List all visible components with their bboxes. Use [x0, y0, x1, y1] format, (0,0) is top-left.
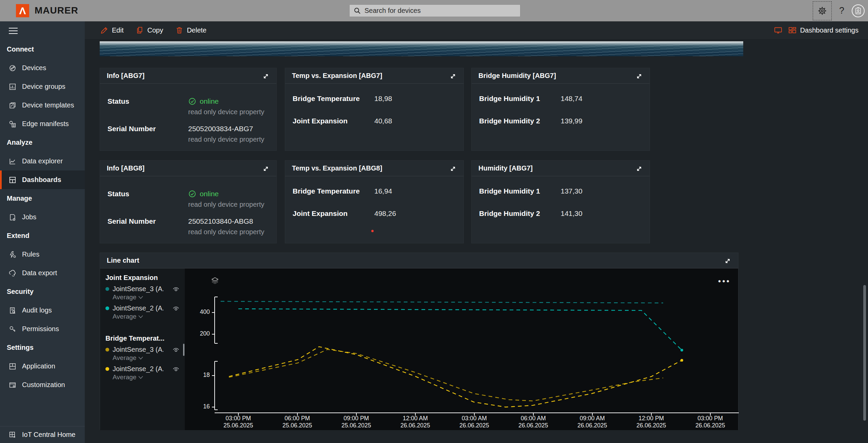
legend-scrollbar-thumb[interactable]	[183, 344, 184, 356]
property-note: read only device property	[188, 108, 269, 116]
aggregation-dropdown[interactable]: Average	[113, 294, 185, 301]
property-row: Status online	[107, 97, 269, 105]
sidebar-item-dashboards[interactable]: Dashboards	[0, 170, 85, 189]
expand-icon	[449, 73, 457, 80]
delete-button[interactable]: Delete	[175, 26, 206, 34]
copy-button[interactable]: Copy	[136, 26, 163, 34]
sidebar-item-data-explorer[interactable]: Data explorer	[0, 152, 85, 170]
sidebar-item-iot-central-home[interactable]: IoT Central Home	[0, 426, 85, 443]
x-axis-tick-label: 03:00 PM25.06.2025	[209, 415, 268, 429]
expand-tile-button[interactable]	[724, 256, 733, 266]
sidebar-item-label: Application	[22, 362, 55, 370]
telemetry-row: Joint Expansion 40,68	[293, 117, 456, 125]
tile-info-abg8: Info [ABG8] Status online read only devi…	[100, 160, 277, 243]
sidebar-item-device-groups[interactable]: Device groups	[0, 77, 85, 96]
tile-header: Humidity [ABG7]	[472, 161, 650, 176]
sidebar-item-rules[interactable]: Rules	[0, 245, 85, 264]
sidebar-item-data-export[interactable]: Data export	[0, 264, 85, 282]
sidebar-item-label: Audit logs	[22, 306, 52, 314]
sidebar-item-devices[interactable]: Devices	[0, 59, 85, 77]
tile-bridge-humidity-abg7: Bridge Humidity [ABG7] Bridge Humidity 1…	[471, 68, 650, 151]
series-color-dot	[105, 348, 109, 351]
sidebar-nav: Connect Devices Device groups Device tem…	[0, 21, 85, 443]
tile-line-chart: Line chart Joint Expansion JointSense_3 …	[100, 253, 738, 430]
tile-header: Temp vs. Expansion [ABG8]	[285, 161, 463, 176]
x-axis-tick-label: 06:00 PM25.06.2025	[268, 415, 327, 429]
expand-tile-button[interactable]	[262, 72, 272, 81]
series-color-dot	[105, 306, 109, 310]
sidebar-item-audit-logs[interactable]: Audit logs	[0, 301, 85, 320]
tile-temp-expansion-abg8: Temp vs. Expansion [ABG8] Bridge Tempera…	[285, 160, 464, 243]
hamburger-menu-button[interactable]	[0, 21, 85, 40]
edit-button[interactable]: Edit	[100, 26, 123, 34]
device-search-box[interactable]	[349, 4, 520, 17]
expand-tile-button[interactable]	[635, 72, 645, 81]
legend-entry: JointSense_3 (A... Average	[105, 285, 185, 301]
toggle-visibility-eye-icon[interactable]	[172, 366, 180, 372]
top-app-bar: Λ MAURER ?	[0, 0, 868, 21]
data-export-icon	[9, 269, 16, 277]
series-name: JointSense_3 (A...	[113, 285, 163, 293]
brand-title: MAURER	[35, 5, 78, 16]
toggle-visibility-eye-icon[interactable]	[172, 305, 180, 311]
x-axis-tick-label: 06:00 AM26.06.2025	[504, 415, 563, 429]
legend-group-title: Bridge Temperat...	[105, 335, 185, 342]
sidebar-item-label: Dashboards	[22, 176, 61, 184]
property-row: Serial Number 25052003834-ABG7	[107, 125, 269, 133]
tile-title: Bridge Humidity [ABG7]	[478, 72, 556, 80]
expand-icon	[724, 257, 731, 265]
series-name: JointSense_2 (A...	[113, 304, 163, 312]
x-axis-tick-label: 12:00 AM26.06.2025	[386, 415, 445, 429]
status-text: online	[200, 190, 219, 198]
page-scrollbar-thumb[interactable]	[863, 285, 866, 421]
tile-title: Line chart	[107, 257, 139, 264]
telemetry-row: Joint Expansion 498,26	[293, 209, 456, 218]
sidebar-item-label: Device templates	[22, 101, 74, 109]
telemetry-label: Joint Expansion	[293, 209, 374, 218]
sidebar-item-application[interactable]: Application	[0, 357, 85, 376]
property-label: Serial Number	[107, 125, 188, 133]
dashboard-banner-image	[100, 41, 743, 56]
property-value: 25052103840-ABG8	[188, 217, 253, 225]
sidebar-item-customization[interactable]: Customization	[0, 376, 85, 394]
maurer-logo: Λ	[16, 4, 29, 17]
legend-entry: JointSense_2 (A... Average	[105, 365, 185, 381]
telemetry-row: Bridge Temperature 16,94	[293, 187, 456, 195]
chevron-down-icon	[138, 376, 143, 379]
property-label: Status	[107, 190, 188, 198]
toggle-visibility-eye-icon[interactable]	[172, 347, 180, 353]
expand-tile-button[interactable]	[262, 164, 272, 174]
user-avatar-button[interactable]	[852, 4, 865, 17]
status-value: online	[188, 190, 219, 198]
dashboard-settings-button[interactable]: Dashboard settings	[788, 26, 859, 34]
tile-temp-expansion-abg7: Temp vs. Expansion [ABG7] Bridge Tempera…	[285, 68, 464, 151]
expand-tile-button[interactable]	[449, 164, 459, 174]
sidebar-item-device-templates[interactable]: Device templates	[0, 96, 85, 115]
aggregation-dropdown[interactable]: Average	[113, 354, 185, 362]
series-name: JointSense_3 (A...	[113, 346, 163, 354]
sidebar-item-jobs[interactable]: Jobs	[0, 208, 85, 226]
legend-entry: JointSense_3 (A... Average	[105, 346, 185, 362]
help-button[interactable]: ?	[839, 5, 844, 16]
toggle-visibility-eye-icon[interactable]	[172, 286, 180, 292]
sidebar-item-label: Device groups	[22, 83, 65, 90]
expand-tile-button[interactable]	[449, 72, 459, 81]
x-axis-tick-label: 03:00 PM26.06.2025	[681, 415, 740, 429]
sidebar-item-permissions[interactable]: Permissions	[0, 320, 85, 338]
aggregation-dropdown[interactable]: Average	[113, 313, 185, 320]
dashboard-settings-icon	[788, 26, 797, 34]
property-value: 25052003834-ABG7	[188, 125, 253, 133]
telemetry-label: Bridge Temperature	[293, 187, 374, 195]
telemetry-value: 18,98	[374, 95, 392, 103]
property-note: read only device property	[188, 136, 269, 143]
display-mode-button[interactable]	[774, 26, 783, 34]
settings-gear-button[interactable]	[813, 1, 832, 20]
expand-tile-button[interactable]	[635, 164, 645, 174]
search-input[interactable]	[361, 7, 516, 15]
x-axis-tick-label: 03:00 AM26.06.2025	[445, 415, 504, 429]
sidebar-item-label: Rules	[22, 250, 39, 258]
x-axis-tick-label: 12:00 PM26.06.2025	[622, 415, 681, 429]
tile-humidity-abg7: Humidity [ABG7] Bridge Humidity 1 137,30…	[471, 160, 650, 243]
aggregation-dropdown[interactable]: Average	[113, 374, 185, 381]
sidebar-item-edge-manifests[interactable]: Edge manifests	[0, 115, 85, 133]
